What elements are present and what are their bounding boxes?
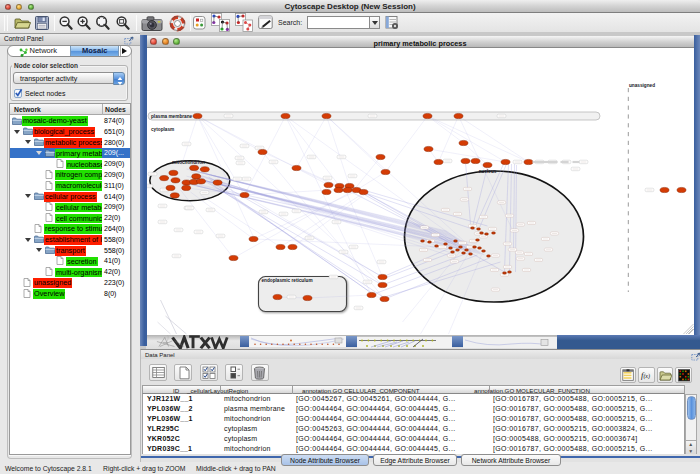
svg-text:cytoplasm: cytoplasm [151,127,174,132]
svg-text:endoplasmic reticulum: endoplasmic reticulum [261,278,312,283]
svg-text:mitochondrion: mitochondrion [172,160,205,165]
svg-text:unassigned: unassigned [629,83,655,88]
svg-text:plasma membrane: plasma membrane [151,114,193,119]
svg-text:nucleus: nucleus [478,169,496,174]
